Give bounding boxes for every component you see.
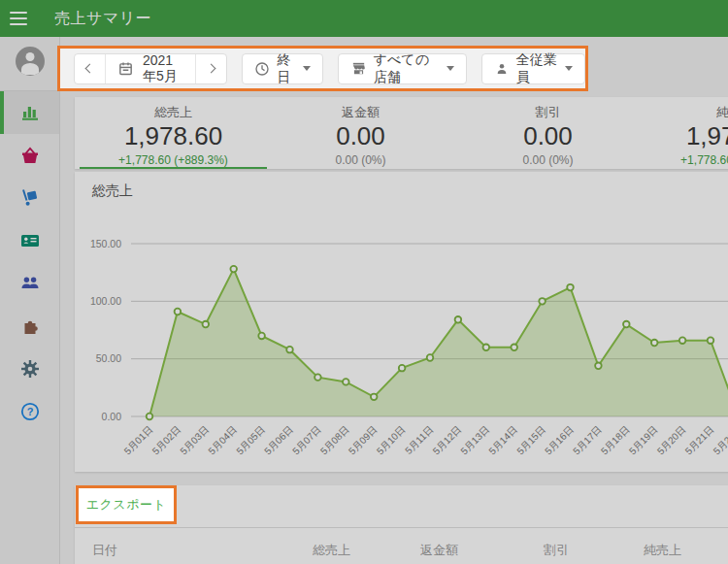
svg-text:5月20日: 5月20日 bbox=[655, 424, 688, 457]
stat-tab-discounts[interactable]: 割引 0.00 0.00 (0%) bbox=[454, 97, 642, 169]
annotation-highlight-filters: 2021年5月 終日 bbox=[57, 46, 588, 91]
svg-text:5月16日: 5月16日 bbox=[543, 424, 576, 457]
svg-text:5月14日: 5月14日 bbox=[486, 424, 519, 457]
svg-text:5月12日: 5月12日 bbox=[431, 424, 464, 457]
sales-summary-page: 売上サマリー bbox=[0, 0, 728, 564]
prev-period-button[interactable] bbox=[75, 54, 105, 83]
chevron-left-icon bbox=[85, 64, 95, 74]
svg-text:5月03日: 5月03日 bbox=[178, 424, 211, 457]
svg-text:150.00: 150.00 bbox=[90, 238, 121, 249]
table-header-refunds: 返金額 bbox=[420, 542, 458, 559]
sidebar-item-settings[interactable] bbox=[0, 348, 59, 390]
svg-text:5月05日: 5月05日 bbox=[234, 424, 267, 457]
chevron-right-icon bbox=[207, 64, 216, 74]
stat-tab-gross-sales[interactable]: 総売上 1,978.60 +1,778.60 (+889.3%) bbox=[80, 97, 267, 169]
stat-tab-net-sales[interactable]: 純売上 1,978.60 +1,778.60 (+889.3%) bbox=[642, 97, 728, 169]
stat-label: 返金額 bbox=[267, 104, 454, 121]
stat-value: 1,978.60 bbox=[80, 122, 267, 150]
svg-text:5月17日: 5月17日 bbox=[571, 424, 604, 457]
store-filter-button[interactable]: すべての店舗 bbox=[338, 53, 467, 84]
svg-text:5月09日: 5月09日 bbox=[347, 424, 380, 457]
caret-down-icon bbox=[303, 66, 311, 71]
sidebar-item-integrations[interactable] bbox=[0, 305, 59, 348]
svg-text:5月02日: 5月02日 bbox=[150, 424, 183, 457]
sales-line-chart: 0.0050.00100.00150.005月01日5月02日5月03日5月04… bbox=[75, 172, 728, 472]
gear-icon bbox=[18, 357, 42, 381]
export-button[interactable]: エクスポート bbox=[86, 496, 167, 514]
stat-label: 総売上 bbox=[80, 104, 267, 121]
help-icon: ? bbox=[18, 400, 42, 423]
user-avatar[interactable] bbox=[16, 47, 45, 76]
sidebar: ? bbox=[0, 37, 60, 564]
stat-tab-refunds[interactable]: 返金額 0.00 0.00 (0%) bbox=[267, 97, 454, 169]
svg-text:100.00: 100.00 bbox=[90, 295, 121, 307]
time-filter-label: 終日 bbox=[277, 51, 294, 86]
employee-filter-button[interactable]: 全従業員 bbox=[481, 53, 585, 84]
svg-text:5月08日: 5月08日 bbox=[318, 424, 351, 457]
svg-text:5月01日: 5月01日 bbox=[122, 424, 155, 457]
date-period-label: 2021年5月 bbox=[143, 52, 182, 85]
sales-chart-card: 総売上 0.0050.00100.00150.005月01日5月02日5月03日… bbox=[75, 172, 728, 472]
svg-text:5月21日: 5月21日 bbox=[683, 424, 716, 457]
svg-text:5月04日: 5月04日 bbox=[206, 424, 239, 457]
stat-label: 割引 bbox=[454, 104, 642, 121]
store-icon bbox=[350, 60, 367, 77]
page-title: 売上サマリー bbox=[54, 9, 151, 29]
people-icon bbox=[18, 272, 42, 295]
stat-value: 0.00 bbox=[454, 122, 642, 150]
store-filter-label: すべての店舗 bbox=[374, 51, 439, 86]
sidebar-item-items[interactable] bbox=[0, 134, 59, 177]
svg-text:5月13日: 5月13日 bbox=[458, 424, 491, 457]
table-header-gross-sales: 総売上 bbox=[313, 542, 350, 559]
stat-value: 1,978.60 bbox=[642, 122, 728, 150]
sidebar-item-reports[interactable] bbox=[0, 91, 59, 134]
stat-delta: +1,778.60 (+889.3%) bbox=[642, 153, 728, 167]
employee-filter-label: 全従業員 bbox=[516, 51, 557, 86]
caret-down-icon bbox=[447, 66, 454, 71]
date-range-control: 2021年5月 bbox=[74, 53, 227, 84]
time-filter-button[interactable]: 終日 bbox=[242, 53, 322, 84]
calendar-icon bbox=[117, 60, 134, 77]
svg-text:5月11日: 5月11日 bbox=[403, 424, 435, 456]
hand-truck-icon bbox=[18, 186, 42, 210]
svg-text:5月10日: 5月10日 bbox=[375, 424, 408, 457]
contact-card-icon bbox=[18, 229, 42, 252]
stat-value: 0.00 bbox=[267, 122, 454, 150]
clock-icon bbox=[254, 61, 270, 77]
svg-text:5月19日: 5月19日 bbox=[627, 424, 660, 457]
next-period-button[interactable] bbox=[195, 54, 226, 83]
sidebar-item-customers[interactable] bbox=[0, 262, 59, 305]
puzzle-icon bbox=[18, 315, 42, 338]
table-header-date: 日付 bbox=[92, 542, 117, 559]
caret-down-icon bbox=[565, 66, 573, 71]
svg-text:50.00: 50.00 bbox=[96, 352, 121, 364]
stat-delta: +1,778.60 (+889.3%) bbox=[80, 153, 267, 167]
svg-text:5月15日: 5月15日 bbox=[514, 424, 547, 457]
table-header-discounts: 割引 bbox=[544, 542, 569, 559]
svg-text:5月18日: 5月18日 bbox=[599, 424, 632, 457]
svg-text:5月22日: 5月22日 bbox=[711, 424, 728, 457]
menu-icon[interactable] bbox=[10, 0, 47, 37]
stat-delta: 0.00 (0%) bbox=[267, 153, 454, 167]
sidebar-item-help[interactable]: ? bbox=[0, 390, 59, 433]
basket-icon bbox=[18, 144, 42, 167]
table-header-row: 日付 総売上 返金額 割引 純売上 bbox=[75, 528, 728, 564]
annotation-highlight-export: エクスポート bbox=[76, 485, 177, 524]
svg-text:?: ? bbox=[26, 406, 33, 417]
app-bar: 売上サマリー bbox=[0, 0, 728, 37]
stat-label: 純売上 bbox=[642, 104, 728, 121]
date-period-button[interactable]: 2021年5月 bbox=[105, 54, 195, 83]
svg-text:0.00: 0.00 bbox=[102, 411, 122, 422]
svg-text:5月06日: 5月06日 bbox=[262, 424, 295, 457]
person-icon bbox=[494, 61, 510, 77]
svg-text:5月07日: 5月07日 bbox=[290, 424, 323, 457]
table-header-net-sales: 純売上 bbox=[644, 542, 681, 559]
sidebar-item-inventory[interactable] bbox=[0, 177, 59, 219]
stats-summary-card: 総売上 1,978.60 +1,778.60 (+889.3%) 返金額 0.0… bbox=[75, 97, 728, 169]
bar-chart-icon bbox=[18, 101, 42, 124]
sidebar-item-employees[interactable] bbox=[0, 219, 59, 262]
stat-delta: 0.00 (0%) bbox=[454, 153, 642, 167]
